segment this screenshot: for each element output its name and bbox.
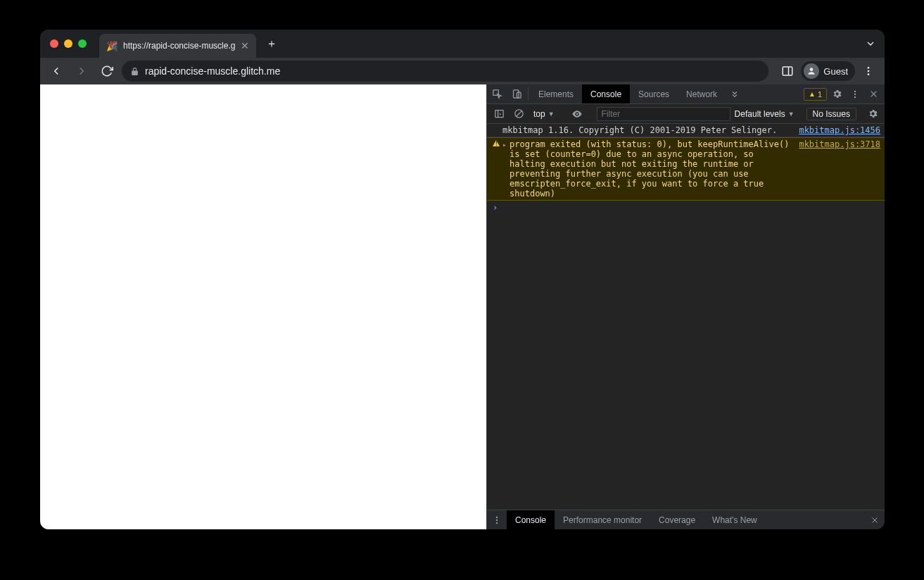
issues-button[interactable]: No Issues [806,108,856,120]
toolbar: rapid-concise-muscle.glitch.me Guest [40,58,885,84]
warning-icon [493,140,500,146]
maximize-window-button[interactable] [78,39,87,48]
drawer-tab-whats-new[interactable]: What's New [704,510,766,529]
drawer-tab-coverage[interactable]: Coverage [650,510,704,529]
warning-icon: ▲ [809,90,816,98]
profile-label: Guest [823,66,848,77]
live-expression-button[interactable] [569,106,585,122]
svg-rect-14 [495,111,502,118]
svg-point-2 [810,68,814,71]
warnings-count: 1 [818,90,822,99]
svg-rect-7 [513,90,519,98]
tab-close-icon[interactable]: ✕ [241,40,249,51]
tab-elements[interactable]: Elements [530,84,582,103]
console-sidebar-toggle[interactable] [491,106,507,122]
devtools-tabs: Elements Console Sources Network ▲ 1 [487,84,885,104]
console-settings-button[interactable] [865,106,880,122]
prompt-chevron-icon: › [493,203,498,213]
console-context-selector[interactable]: top ▼ [531,109,557,119]
browser-tab[interactable]: 🎉 https://rapid-concise-muscle.g ✕ [99,34,256,58]
device-toolbar-button[interactable] [507,84,526,103]
chevron-down-icon: ▼ [548,111,555,118]
svg-point-3 [868,67,870,69]
console-toolbar: top ▼ Default levels ▼ No Issues [487,104,885,124]
tab-sources[interactable]: Sources [630,84,678,103]
titlebar: 🎉 https://rapid-concise-muscle.g ✕ ＋ [40,30,885,58]
svg-point-20 [496,519,498,520]
drawer-close-button[interactable] [865,510,885,529]
browser-window: 🎉 https://rapid-concise-muscle.g ✕ ＋ rap… [40,30,885,529]
back-button[interactable] [46,61,67,82]
expand-caret-icon[interactable]: ▸ [502,139,507,151]
devtools-menu-button[interactable] [847,86,863,103]
side-panel-button[interactable] [777,61,798,82]
log-levels-selector[interactable]: Default levels ▼ [735,109,795,119]
close-window-button[interactable] [50,39,58,48]
devtools-settings-button[interactable] [828,86,845,103]
content-area: Elements Console Sources Network ▲ 1 [40,84,885,529]
drawer-menu-button[interactable] [487,510,507,529]
clear-console-button[interactable] [511,106,526,122]
console-msg: mkbitmap 1.16. Copyright (C) 2001-2019 P… [502,125,792,135]
page-viewport[interactable] [40,84,486,529]
tab-network[interactable]: Network [678,84,726,103]
devtools-close-button[interactable] [865,86,882,103]
drawer-tab-performance-monitor[interactable]: Performance monitor [555,510,650,529]
warnings-badge[interactable]: ▲ 1 [804,88,827,101]
svg-point-10 [854,93,856,94]
minimize-window-button[interactable] [64,39,72,48]
tab-console[interactable]: Console [582,84,630,103]
svg-point-18 [576,113,578,115]
console-row: mkbitmap 1.16. Copyright (C) 2001-2019 P… [487,124,885,137]
url-text: rapid-concise-muscle.glitch.me [145,65,280,77]
tabs-overflow-icon[interactable] [726,84,744,103]
tab-title: https://rapid-concise-muscle.g [123,41,235,51]
context-label: top [533,109,545,119]
devtools-panel: Elements Console Sources Network ▲ 1 [486,84,885,529]
profile-button[interactable]: Guest [801,61,855,81]
avatar-icon [804,63,819,79]
svg-point-11 [854,96,856,97]
chevron-down-icon: ▼ [788,111,795,118]
levels-label: Default levels [735,109,785,119]
console-output[interactable]: mkbitmap 1.16. Copyright (C) 2001-2019 P… [487,124,885,510]
console-filter-input[interactable] [597,107,730,121]
traffic-lights [50,39,87,48]
tab-favicon-icon: 🎉 [106,41,118,51]
svg-line-17 [516,111,521,117]
svg-point-5 [868,73,870,75]
new-tab-button[interactable]: ＋ [262,34,281,53]
devtools-drawer: Console Performance monitor Coverage Wha… [487,510,885,529]
console-row: ▸ program exited (with status: 0), but k… [487,137,885,201]
svg-point-21 [496,522,498,523]
drawer-tab-console[interactable]: Console [507,510,555,529]
tabs-overflow-button[interactable] [865,38,876,49]
svg-point-4 [868,70,870,72]
lock-icon [130,67,139,76]
browser-menu-button[interactable] [858,61,879,82]
forward-button[interactable] [71,61,92,82]
toolbar-right: Guest [777,61,879,82]
reload-button[interactable] [96,61,118,82]
svg-point-9 [854,90,856,92]
console-source-link[interactable]: mkbitmap.js:1456 [799,125,880,135]
svg-point-19 [496,516,498,517]
console-msg: program exited (with status: 0), but kee… [510,139,792,198]
svg-rect-0 [783,67,793,75]
inspect-element-button[interactable] [487,84,507,103]
console-prompt[interactable]: › [487,201,885,215]
address-bar[interactable]: rapid-concise-muscle.glitch.me [122,61,768,82]
console-source-link[interactable]: mkbitmap.js:3718 [799,139,880,149]
